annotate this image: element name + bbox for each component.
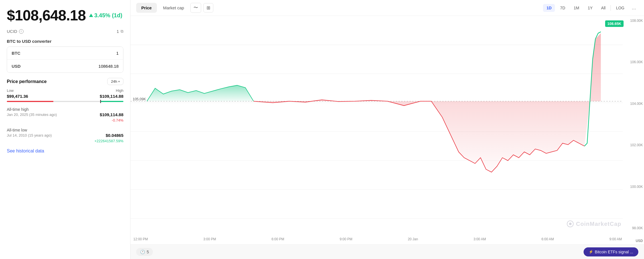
y-axis-labels: 108.00K 106.00K 104.00K 102.00K 100.00K …	[624, 16, 644, 233]
history-button[interactable]: 🕐 5	[136, 248, 153, 256]
range-indicator	[100, 100, 101, 103]
atl-value-row: Jul 14, 2010 (15 years ago) $0.04865	[7, 133, 123, 138]
low-value: $99,471.36	[7, 94, 28, 99]
x-label-1200pm: 12:00 PM	[133, 237, 148, 241]
x-label-300am: 3:00 AM	[473, 237, 486, 241]
tf-divider	[611, 5, 611, 11]
performance-header: Price performance 24h ▾	[7, 78, 123, 85]
atl-label: All-time low	[7, 128, 123, 132]
ath-section: All-time high Jan 20, 2025 (35 minutes a…	[7, 107, 123, 123]
ath-value-row: Jan 20, 2025 (35 minutes ago) $109,114.8…	[7, 112, 123, 117]
tab-market-cap[interactable]: Market cap	[158, 3, 189, 13]
ath-label: All-time high	[7, 107, 123, 112]
price-section: $108,648.18 3.45% (1d)	[7, 7, 123, 24]
price-chart: 105.09K	[131, 16, 623, 233]
price-value: $108,648.18	[7, 7, 86, 24]
right-panel: Price Market cap 〜 ⊞ 1D 7D 1M 1Y All LOG…	[131, 0, 644, 259]
tab-price[interactable]: Price	[136, 3, 157, 13]
x-label-900am: 9:00 AM	[609, 237, 622, 241]
see-historical-link[interactable]: See historical data	[7, 148, 123, 154]
range-bar	[7, 101, 123, 102]
tf-1m[interactable]: 1M	[570, 4, 582, 12]
usd-value[interactable]: 108648.18	[98, 64, 119, 69]
chevron-down-icon: ▾	[118, 80, 120, 83]
btc-row: BTC 1	[7, 47, 123, 60]
tf-7d[interactable]: 7D	[557, 4, 569, 12]
usd-row: USD 108648.18	[7, 60, 123, 73]
converter-box: BTC 1 USD 108648.18	[7, 46, 123, 73]
chart-type-icons: 〜 ⊞	[190, 3, 213, 13]
y-label-98: 98.00K	[625, 226, 643, 230]
copy-icon[interactable]: ⧉	[121, 29, 123, 34]
x-label-900pm: 9:00 PM	[340, 237, 352, 241]
tf-log[interactable]: LOG	[613, 4, 628, 12]
atl-change: +222641587.59%	[94, 139, 123, 143]
chart-tabs: Price Market cap 〜 ⊞	[136, 3, 213, 13]
y-label-108: 108.00K	[625, 19, 643, 23]
x-label-600pm: 6:00 PM	[272, 237, 284, 241]
atl-value: $0.04865	[106, 133, 123, 138]
ucid-label: UCID i	[7, 29, 24, 34]
ucid-value: 1 ⧉	[117, 29, 123, 34]
tf-all[interactable]: All	[598, 4, 609, 12]
chart-container: 105.09K 108.00K 106.00K 104.00K 102.00K …	[131, 16, 644, 244]
y-label-104: 104.00K	[625, 102, 643, 106]
high-value: $109,114.88	[100, 94, 123, 99]
low-high-values: $99,471.36 $109,114.88	[7, 94, 123, 99]
chart-header: Price Market cap 〜 ⊞ 1D 7D 1M 1Y All LOG…	[131, 0, 644, 16]
usd-label: USD	[636, 238, 643, 243]
left-panel: $108,648.18 3.45% (1d) UCID i 1 ⧉ BTC to…	[0, 0, 131, 259]
etf-signal-button[interactable]: ⚡ Bitcoin ETFs signal ...	[584, 247, 638, 256]
performance-section: Price performance 24h ▾ Low High $99,471…	[7, 78, 123, 102]
more-button[interactable]: ...	[630, 3, 638, 12]
ath-date: Jan 20, 2025 (35 minutes ago)	[7, 112, 57, 117]
atl-date: Jul 14, 2010 (15 years ago)	[7, 133, 52, 137]
x-label-300pm: 3:00 PM	[203, 237, 216, 241]
ath-value: $109,114.88	[100, 112, 123, 117]
y-label-100: 100.00K	[625, 185, 643, 189]
candle-chart-button[interactable]: ⊞	[203, 3, 213, 12]
x-label-20jan: 20 Jan	[408, 237, 418, 241]
history-icon: 🕐	[140, 250, 145, 254]
btc-value[interactable]: 1	[116, 51, 119, 56]
x-label-600am: 6:00 AM	[541, 237, 554, 241]
timeframe-button[interactable]: 24h ▾	[107, 78, 123, 85]
current-price-tag: 108.65K	[605, 20, 624, 27]
converter-title: BTC to USD converter	[7, 39, 123, 46]
tf-1y[interactable]: 1Y	[584, 4, 596, 12]
arrow-up-icon	[89, 14, 93, 17]
low-high-labels: Low High	[7, 88, 123, 93]
ath-change: -0.74%	[112, 118, 123, 122]
svg-text:105.09K: 105.09K	[133, 97, 146, 101]
tf-1d[interactable]: 1D	[543, 4, 555, 12]
chart-footer: 🕐 5 ⚡ Bitcoin ETFs signal ...	[131, 244, 644, 259]
price-change: 3.45% (1d)	[89, 12, 122, 19]
y-label-102: 102.00K	[625, 143, 643, 147]
info-icon[interactable]: i	[19, 29, 24, 34]
usd-currency: USD	[12, 64, 21, 69]
ucid-row: UCID i 1 ⧉	[7, 29, 123, 34]
lightning-icon: ⚡	[589, 250, 593, 254]
atl-section: All-time low Jul 14, 2010 (15 years ago)…	[7, 128, 123, 143]
line-chart-button[interactable]: 〜	[190, 3, 201, 13]
cmc-logo-icon: ⊛	[567, 220, 574, 227]
converter-section: BTC to USD converter BTC 1 USD 108648.18	[7, 39, 123, 73]
coinmarketcap-watermark: ⊛ CoinMarketCap	[567, 220, 621, 227]
btc-currency: BTC	[12, 51, 20, 56]
x-axis-labels: 12:00 PM 3:00 PM 6:00 PM 9:00 PM 20 Jan …	[133, 234, 622, 244]
timeframe-controls: 1D 7D 1M 1Y All LOG ...	[543, 3, 638, 12]
y-label-106: 106.00K	[625, 60, 643, 64]
performance-title: Price performance	[7, 79, 47, 84]
